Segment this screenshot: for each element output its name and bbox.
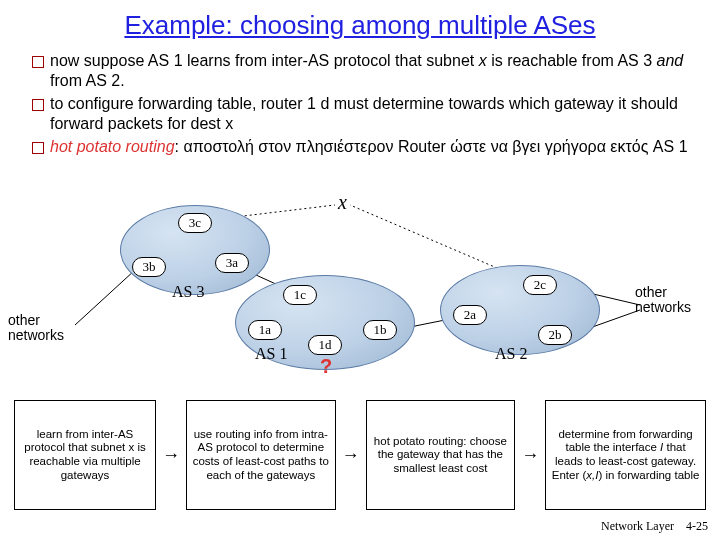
bullet-3-hot: hot potato routing bbox=[50, 138, 175, 155]
bullet-1-x: x bbox=[479, 52, 487, 69]
question-mark-icon: ? bbox=[320, 355, 332, 378]
slide-footer: Network Layer 4-25 bbox=[601, 519, 708, 534]
arrow-icon: → bbox=[342, 445, 360, 466]
step-3-box: hot potato routing: choose the gateway t… bbox=[366, 400, 516, 510]
router-1c: 1c bbox=[283, 285, 317, 305]
router-1a: 1a bbox=[248, 320, 282, 340]
other-networks-left: other networks bbox=[8, 313, 78, 344]
subnet-x-label: x bbox=[338, 191, 347, 214]
bullet-1-text-a: now suppose AS 1 learns from inter-AS pr… bbox=[50, 52, 479, 69]
step-1-text: learn from inter-AS protocol that subnet… bbox=[20, 428, 150, 482]
bullet-1-text-c: from AS 2. bbox=[50, 72, 125, 89]
router-2a: 2a bbox=[453, 305, 487, 325]
slide-title: Example: choosing among multiple ASes bbox=[0, 0, 720, 47]
router-2c: 2c bbox=[523, 275, 557, 295]
network-diagram: 3c 3b 3a 1c 1a 1d 1b 2a 2c 2b AS 3 AS 1 … bbox=[0, 195, 720, 395]
bullet-1: now suppose AS 1 learns from inter-AS pr… bbox=[50, 51, 690, 92]
step-2-text: use routing info from intra-AS protocol … bbox=[192, 428, 330, 482]
step-4-box: determine from forwarding table the inte… bbox=[545, 400, 706, 510]
footer-page: 4-25 bbox=[686, 519, 708, 533]
router-1d: 1d bbox=[308, 335, 342, 355]
step-boxes: learn from inter-AS protocol that subnet… bbox=[0, 400, 720, 510]
as2-label: AS 2 bbox=[495, 345, 527, 363]
router-3c: 3c bbox=[178, 213, 212, 233]
bullet-3: hot potato routing: αποστολή στον πλησιέ… bbox=[50, 137, 690, 157]
router-3b: 3b bbox=[132, 257, 166, 277]
step-3-text: hot potato routing: choose the gateway t… bbox=[372, 435, 510, 476]
bullet-3-rest: : αποστολή στον πλησιέστερον Router ώστε… bbox=[175, 138, 688, 155]
step-4-text: determine from forwarding table the inte… bbox=[551, 428, 700, 482]
step-1-box: learn from inter-AS protocol that subnet… bbox=[14, 400, 156, 510]
as3-label: AS 3 bbox=[172, 283, 204, 301]
other-networks-right: other networks bbox=[635, 285, 705, 316]
arrow-icon: → bbox=[521, 445, 539, 466]
footer-label: Network Layer bbox=[601, 519, 674, 533]
router-1b: 1b bbox=[363, 320, 397, 340]
router-3a: 3a bbox=[215, 253, 249, 273]
bullet-1-text-b: is reachable from AS 3 bbox=[487, 52, 657, 69]
arrow-icon: → bbox=[162, 445, 180, 466]
bullet-2: to configure forwarding table, router 1 … bbox=[50, 94, 690, 135]
as1-label: AS 1 bbox=[255, 345, 287, 363]
svg-line-15 bbox=[75, 270, 135, 325]
step-2-box: use routing info from intra-AS protocol … bbox=[186, 400, 336, 510]
router-2b: 2b bbox=[538, 325, 572, 345]
bullet-list: now suppose AS 1 learns from inter-AS pr… bbox=[0, 47, 720, 157]
bullet-1-and: and bbox=[657, 52, 684, 69]
